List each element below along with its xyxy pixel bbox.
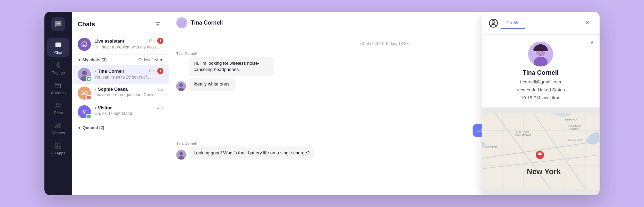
message-1: Hi, I'm looking for wireless noise-cance… [189,57,274,76]
svg-text:MIDTOWN: MIDTOWN [516,130,529,133]
svg-point-30 [183,22,183,23]
message-2: Ideally white ones. [189,78,236,91]
user-email: t.cornell@gmail.com [520,79,561,84]
collapse-button[interactable]: ∨ [590,39,594,45]
sidebar-header: Chats [72,12,169,34]
svg-point-44 [539,52,540,53]
sidebar-item-chat[interactable]: Chat [47,38,69,57]
svg-point-10 [59,104,60,105]
tina-chat-info: ● Tina Cornell 15s 1 You can listen to 2… [94,68,163,80]
live-assistant-preview: Hi I have a problem with my acco... [94,45,163,50]
reports-icon [54,122,62,129]
svg-point-21 [82,42,87,47]
sidebar-item-team[interactable]: Team [47,98,69,117]
svg-rect-15 [59,143,61,145]
chat-item-sophie[interactable]: SO ● Sophie Osaka 30s I have one more qu… [72,84,169,102]
profile-icon [489,18,498,28]
tina-small-avatar [176,81,186,91]
chat-header-avatar [176,17,187,28]
sophie-preview: I have one more question. Could... [94,92,163,97]
live-assistant-badge: 1 [157,38,163,44]
svg-point-2 [59,23,60,24]
svg-text:ASTORIA: ASTORIA [565,118,577,121]
apps-icon [54,142,62,150]
svg-point-35 [179,152,183,155]
sophie-chat-info: ● Sophie Osaka 30s I have one more quest… [94,87,163,97]
svg-text:HEIGHTS: HEIGHTS [568,128,579,131]
chat-icon [54,42,62,49]
svg-point-1 [58,23,59,24]
emoji-icon [178,19,185,26]
chat-item-tina[interactable]: ● Tina Cornell 15s 1 You can listen to 2… [72,65,169,84]
svg-rect-12 [58,124,59,128]
engage-icon [54,62,62,69]
visitor-time: 45s [157,106,163,110]
my-chats-label: ▼ My chats (3) [78,57,107,62]
svg-rect-16 [56,146,58,148]
queued-section-header: ▼ Queued (2) [72,123,169,133]
visitor-platform-badge [86,114,91,119]
sophie-platform-badge [86,95,91,100]
archives-icon [54,82,62,89]
engage-nav-label: Engage [52,71,65,75]
svg-point-28 [179,20,185,26]
close-panel-button[interactable]: × [582,18,593,28]
my-chats-section-header: ▼ My chats (3) Oldest first ▼ [72,55,169,65]
team-icon [54,102,62,109]
visitor-name: Visitor [98,105,112,110]
live-assistant-avatar [78,38,91,51]
sidebar-item-apps[interactable]: 88 Apps [47,138,69,157]
svg-point-23 [85,44,86,45]
chat-header-name: Tina Cornell [191,20,223,26]
filter-button[interactable] [152,19,163,30]
svg-point-38 [492,20,495,23]
sidebar-item-engage[interactable]: Engage [47,58,69,77]
tina-badge: 1 [157,68,163,74]
chat-nav-label: Chat [54,51,62,55]
tina-preview: You can listen to 20 hours of... [94,75,163,80]
svg-text:ELMHURST: ELMHURST [568,139,583,142]
svg-point-32 [179,83,183,87]
tab-profile[interactable]: Profile [501,17,525,29]
tina-name: Tina Cornell [98,69,124,74]
user-location: New York, United States [516,87,565,92]
chevron-right-icon: ▼ [78,126,81,130]
sort-button[interactable]: Oldest first ▼ [138,57,163,62]
reports-nav-label: Reports [52,131,65,135]
nav-logo [51,17,65,31]
tina-platform-badge [86,76,91,81]
svg-text:MANHATTAN: MANHATTAN [515,134,531,137]
svg-point-9 [57,103,58,105]
map-section: ASTORIA JACKSON HEIGHTS MIDTOWN MANHATTA… [482,108,600,195]
sidebar-item-reports[interactable]: Reports [47,118,69,137]
user-avatar-svg [528,42,553,66]
user-panel-tabs: Profile [501,17,525,29]
user-info-section: ∨ Tina Cor [482,35,600,108]
queued-label: ▼ Queued (2) [78,125,104,130]
map-svg: ASTORIA JACKSON HEIGHTS MIDTOWN MANHATTA… [482,108,600,195]
svg-point-45 [542,52,543,53]
bot-icon [81,41,88,48]
svg-rect-14 [56,143,58,145]
svg-point-22 [83,44,84,45]
archives-nav-label: Archives [51,91,66,95]
svg-rect-11 [56,126,57,128]
user-avatar-large [528,42,553,66]
sort-chevron-icon: ▼ [159,57,163,62]
svg-rect-7 [56,84,60,88]
chat-item-visitor[interactable]: V ● Visitor 45s Oh, ok. I understand [72,102,169,121]
team-nav-label: Team [54,111,63,115]
svg-point-29 [181,22,181,23]
left-nav: Chat Engage Archives [44,12,72,195]
visitor-chat-info: ● Visitor 45s Oh, ok. I understand [94,105,163,116]
tina-small-avatar-2 [176,150,186,160]
live-assistant-item[interactable]: Live assistant 15s 1 Hi I have a problem… [72,34,169,55]
app-container: Chat Engage Archives [44,12,600,195]
tina-avatar-wrapper [78,68,91,81]
svg-rect-13 [60,123,61,128]
filter-icon [155,21,161,27]
svg-point-26 [82,71,87,75]
sidebar-item-archives[interactable]: Archives [47,78,69,97]
sort-label: Oldest first [138,57,158,62]
svg-rect-5 [56,45,59,45]
